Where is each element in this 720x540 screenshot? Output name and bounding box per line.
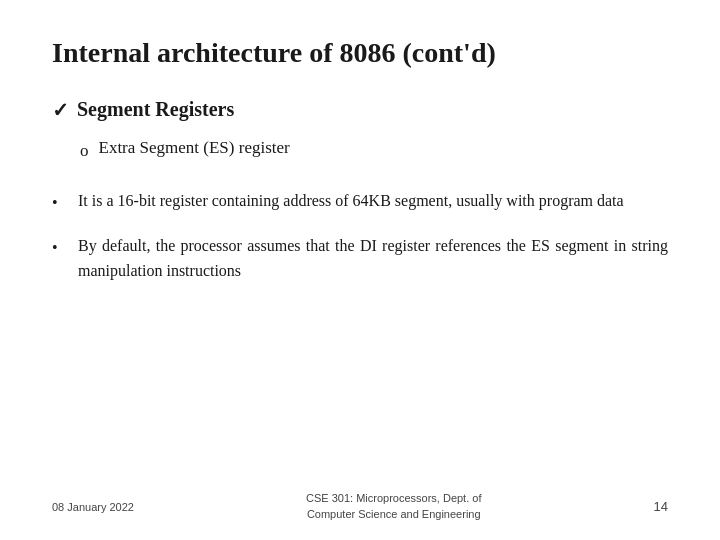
footer-center-line2: Computer Science and Engineering — [306, 507, 481, 522]
footer-date: 08 January 2022 — [52, 501, 134, 513]
checkmark-icon: ✓ — [52, 98, 69, 122]
footer-center-line1: CSE 301: Microprocessors, Dept. of — [306, 491, 481, 506]
bullet-text-2: By default, the processor assumes that t… — [78, 234, 668, 284]
bullet-item-2: • By default, the processor assumes that… — [52, 234, 668, 284]
bullet-dot-1: • — [52, 191, 70, 216]
footer: 08 January 2022 CSE 301: Microprocessors… — [0, 491, 720, 522]
slide-title: Internal architecture of 8086 (cont'd) — [52, 36, 668, 70]
slide: Internal architecture of 8086 (cont'd) ✓… — [0, 0, 720, 540]
bullet-text-1: It is a 16-bit register containing addre… — [78, 189, 668, 214]
footer-page-number: 14 — [654, 499, 668, 514]
section-label: Segment Registers — [77, 98, 234, 121]
bullet-dot-2: • — [52, 236, 70, 261]
sub-bullet: o — [80, 138, 89, 164]
bullet-points: • It is a 16-bit register containing add… — [52, 189, 668, 301]
bullet-item-1: • It is a 16-bit register containing add… — [52, 189, 668, 216]
footer-center: CSE 301: Microprocessors, Dept. of Compu… — [306, 491, 481, 522]
sub-item-label: Extra Segment (ES) register — [99, 138, 290, 158]
sub-item: o Extra Segment (ES) register — [80, 138, 668, 164]
section-header: ✓ Segment Registers — [52, 98, 668, 122]
